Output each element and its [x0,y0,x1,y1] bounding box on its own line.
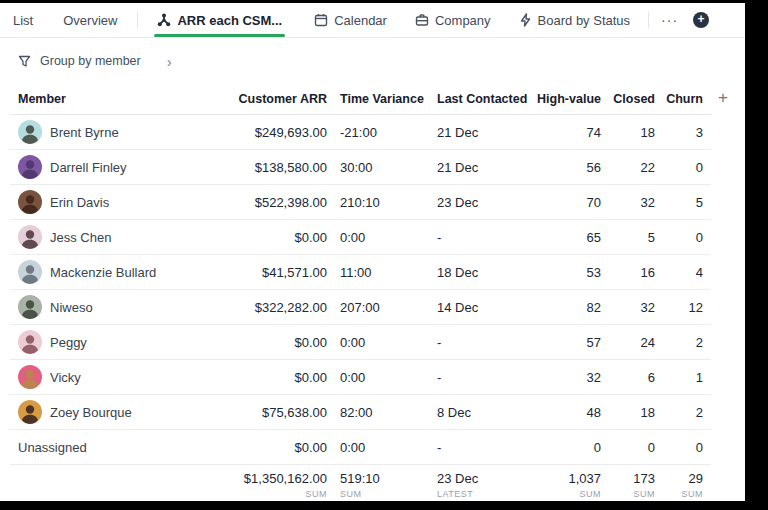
tab-list[interactable]: List [13,3,33,37]
closed-cell[interactable]: 32 [601,195,655,210]
high-value-cell[interactable]: 0 [514,440,601,455]
tab-calendar[interactable]: Calendar [314,3,387,37]
member-cell[interactable]: Vicky [18,365,227,389]
tab-overview[interactable]: Overview [63,3,117,37]
time-variance-cell[interactable]: 210:10 [327,195,424,210]
closed-cell[interactable]: 32 [601,300,655,315]
column-header-time-variance[interactable]: Time Variance [327,92,424,106]
member-cell[interactable]: Niweso [18,295,227,319]
time-variance-cell[interactable]: 0:00 [327,440,424,455]
group-by-control[interactable]: Group by member [40,54,141,68]
closed-cell[interactable]: 6 [601,370,655,385]
time-variance-cell[interactable]: 0:00 [327,230,424,245]
high-value-cell[interactable]: 74 [514,125,601,140]
churn-cell[interactable]: 2 [655,405,703,420]
closed-cell[interactable]: 22 [601,160,655,175]
time-variance-cell[interactable]: 0:00 [327,335,424,350]
high-value-cell[interactable]: 70 [514,195,601,210]
customer-arr-cell[interactable]: $138,580.00 [227,160,327,175]
churn-cell[interactable]: 1 [655,370,703,385]
footer-customer-arr[interactable]: $1,350,162.00 SUM [227,471,327,499]
table-row[interactable]: Brent Byrne $249,693.00 -21:00 21 Dec 74… [10,115,711,150]
last-contacted-cell[interactable]: 23 Dec [424,195,514,210]
customer-arr-cell[interactable]: $522,398.00 [227,195,327,210]
member-cell[interactable]: Erin Davis [18,190,227,214]
member-cell[interactable]: Peggy [18,330,227,354]
customer-arr-cell[interactable]: $0.00 [227,335,327,350]
tab-board-by-status[interactable]: Board by Status [519,3,631,37]
table-row[interactable]: Zoey Bourque $75,638.00 82:00 8 Dec 48 1… [10,395,711,430]
last-contacted-cell[interactable]: 8 Dec [424,405,514,420]
table-row[interactable]: Mackenzie Bullard $41,571.00 11:00 18 De… [10,255,711,290]
high-value-cell[interactable]: 53 [514,265,601,280]
member-cell[interactable]: Jess Chen [18,225,227,249]
table-row[interactable]: Vicky $0.00 0:00 - 32 6 1 [10,360,711,395]
member-cell[interactable]: Mackenzie Bullard [18,260,227,284]
last-contacted-cell[interactable]: 14 Dec [424,300,514,315]
high-value-cell[interactable]: 57 [514,335,601,350]
churn-cell[interactable]: 4 [655,265,703,280]
churn-cell[interactable]: 0 [655,160,703,175]
column-header-churn[interactable]: Churn [655,92,703,106]
member-cell[interactable]: Zoey Bourque [18,400,227,424]
churn-cell[interactable]: 12 [655,300,703,315]
footer-last-contacted[interactable]: 23 Dec LATEST [424,471,514,499]
high-value-cell[interactable]: 65 [514,230,601,245]
time-variance-cell[interactable]: 0:00 [327,370,424,385]
churn-cell[interactable]: 5 [655,195,703,210]
churn-cell[interactable]: 0 [655,230,703,245]
customer-arr-cell[interactable]: $75,638.00 [227,405,327,420]
last-contacted-cell[interactable]: - [424,335,514,350]
last-contacted-cell[interactable]: 18 Dec [424,265,514,280]
high-value-cell[interactable]: 32 [514,370,601,385]
table-row[interactable]: Erin Davis $522,398.00 210:10 23 Dec 70 … [10,185,711,220]
add-column-button[interactable]: + [718,88,728,108]
high-value-cell[interactable]: 56 [514,160,601,175]
closed-cell[interactable]: 24 [601,335,655,350]
customer-arr-cell[interactable]: $0.00 [227,230,327,245]
closed-cell[interactable]: 18 [601,125,655,140]
last-contacted-cell[interactable]: 21 Dec [424,125,514,140]
last-contacted-cell[interactable]: - [424,230,514,245]
time-variance-cell[interactable]: 82:00 [327,405,424,420]
closed-cell[interactable]: 5 [601,230,655,245]
more-views-icon[interactable]: ··· [661,13,678,27]
time-variance-cell[interactable]: 207:00 [327,300,424,315]
closed-cell[interactable]: 18 [601,405,655,420]
member-cell[interactable]: Brent Byrne [18,120,227,144]
customer-arr-cell[interactable]: $0.00 [227,370,327,385]
churn-cell[interactable]: 2 [655,335,703,350]
footer-time-variance[interactable]: 519:10 SUM [327,471,424,499]
churn-cell[interactable]: 3 [655,125,703,140]
table-row[interactable]: Peggy $0.00 0:00 - 57 24 2 [10,325,711,360]
column-header-customer-arr[interactable]: Customer ARR [227,92,327,106]
last-contacted-cell[interactable]: - [424,370,514,385]
closed-cell[interactable]: 0 [601,440,655,455]
customer-arr-cell[interactable]: $322,282.00 [227,300,327,315]
table-row[interactable]: Darrell Finley $138,580.00 30:00 21 Dec … [10,150,711,185]
table-row[interactable]: Jess Chen $0.00 0:00 - 65 5 0 [10,220,711,255]
time-variance-cell[interactable]: 11:00 [327,265,424,280]
time-variance-cell[interactable]: 30:00 [327,160,424,175]
column-header-last-contacted[interactable]: Last Contacted [424,92,514,106]
footer-closed[interactable]: 173 SUM [601,471,655,499]
column-header-member[interactable]: Member [18,92,227,106]
tab-arr-each-csm[interactable]: ARR each CSM... [157,3,282,37]
footer-high-value[interactable]: 1,037 SUM [514,471,601,499]
table-row[interactable]: Unassigned $0.00 0:00 - 0 0 0 [10,430,711,465]
time-variance-cell[interactable]: -21:00 [327,125,424,140]
chevron-right-icon[interactable]: › [167,54,172,69]
customer-arr-cell[interactable]: $0.00 [227,440,327,455]
high-value-cell[interactable]: 48 [514,405,601,420]
table-row[interactable]: Niweso $322,282.00 207:00 14 Dec 82 32 1… [10,290,711,325]
tab-company[interactable]: Company [415,3,491,37]
add-view-button[interactable]: + [693,12,709,28]
customer-arr-cell[interactable]: $41,571.00 [227,265,327,280]
column-header-high-value[interactable]: High-value [514,92,601,106]
high-value-cell[interactable]: 82 [514,300,601,315]
closed-cell[interactable]: 16 [601,265,655,280]
customer-arr-cell[interactable]: $249,693.00 [227,125,327,140]
churn-cell[interactable]: 0 [655,440,703,455]
footer-churn[interactable]: 29 SUM [655,471,703,499]
column-header-closed[interactable]: Closed [601,92,655,106]
